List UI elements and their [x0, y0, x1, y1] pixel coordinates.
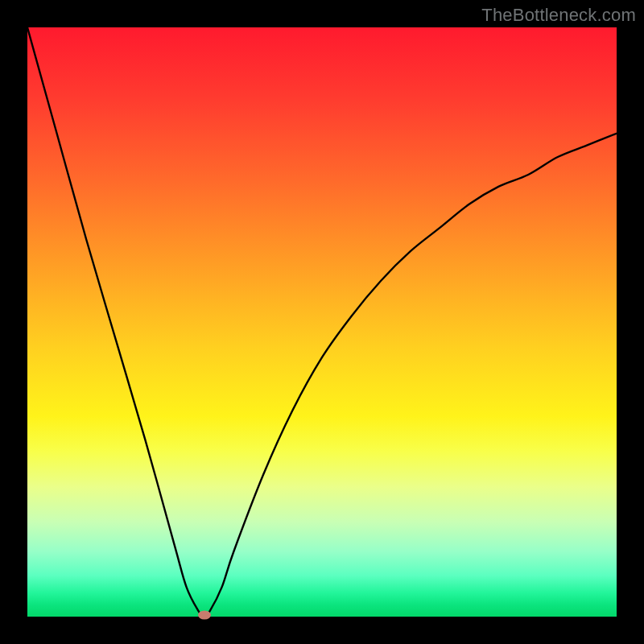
plot-area [27, 27, 617, 617]
watermark-text: TheBottleneck.com [481, 5, 636, 26]
chart-frame: TheBottleneck.com [0, 0, 644, 644]
curve-svg [27, 27, 617, 617]
minimum-marker [198, 611, 211, 620]
bottleneck-curve [27, 27, 617, 617]
